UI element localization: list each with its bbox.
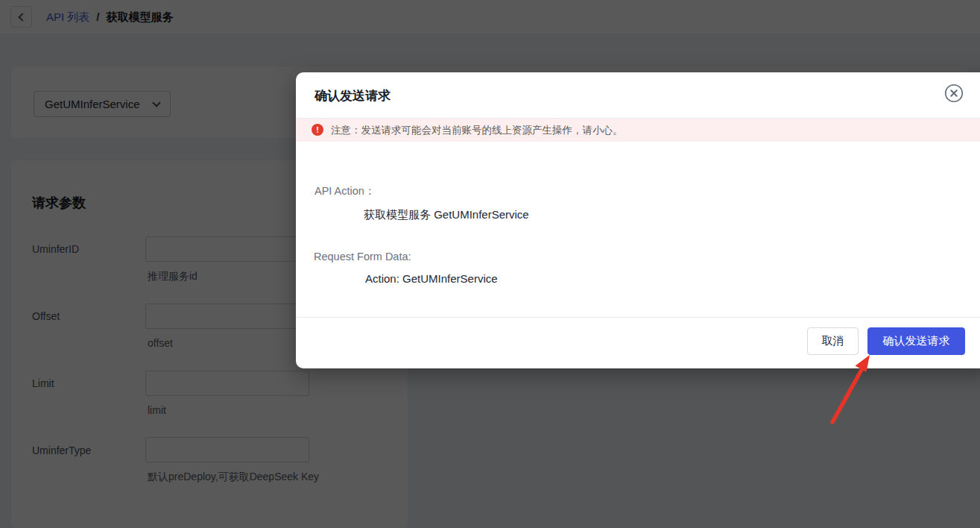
api-action-value: 获取模型服务 GetUMInferService	[364, 208, 529, 222]
app-root: API 列表/获取模型服务 GetUMInferService 请求参数 Umi…	[0, 0, 980, 528]
close-icon	[944, 84, 964, 103]
request-form-data-label: Request Form Data:	[314, 251, 411, 263]
modal-footer-divider	[296, 317, 980, 318]
confirm-send-request-button[interactable]: 确认发送请求	[867, 327, 965, 355]
request-form-data-value: Action: GetUMInferService	[365, 272, 498, 285]
modal-title: 确认发送请求	[314, 87, 391, 104]
confirm-request-modal: 确认发送请求 ! 注意：发送请求可能会对当前账号的线上资源产生操作，请小心。 A…	[296, 72, 980, 368]
cancel-button[interactable]: 取消	[807, 327, 859, 355]
close-button[interactable]	[944, 84, 964, 103]
api-action-label: API Action：	[314, 184, 375, 198]
warning-alert: ! 注意：发送请求可能会对当前账号的线上资源产生操作，请小心。	[296, 119, 980, 142]
exclamation-circle-icon: !	[312, 124, 323, 136]
warning-alert-text: 注意：发送请求可能会对当前账号的线上资源产生操作，请小心。	[331, 119, 623, 142]
